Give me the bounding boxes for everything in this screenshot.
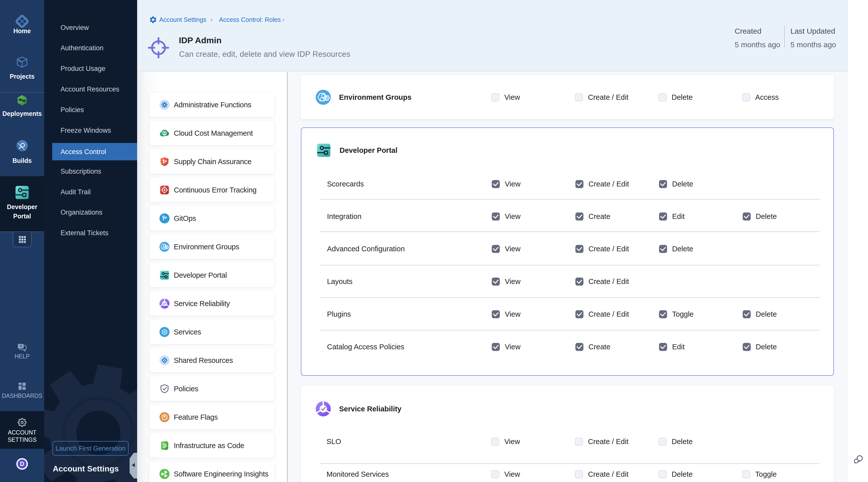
svg-text:?: ? xyxy=(20,344,22,348)
svg-text:$: $ xyxy=(163,131,165,135)
